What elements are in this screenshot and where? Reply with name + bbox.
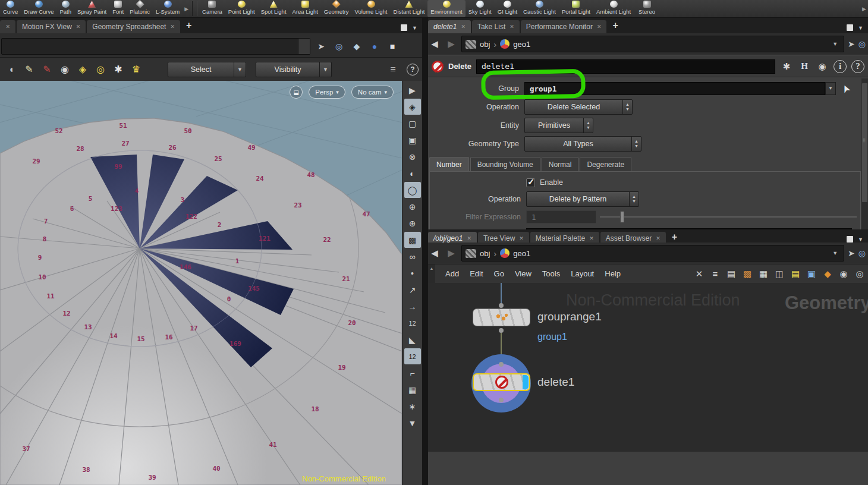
enable-checkbox[interactable]: [526, 178, 535, 187]
shelf-tool-volume-light[interactable]: Volume Light: [352, 0, 391, 17]
node-output-dot[interactable]: [499, 398, 504, 402]
shelf-tool-camera[interactable]: Camera: [199, 0, 225, 17]
param-tab-bounding-volume[interactable]: Bounding Volume: [470, 157, 540, 171]
select-components-icon[interactable]: ◈: [75, 62, 90, 77]
toolbar-expander[interactable]: ▲: [428, 264, 435, 284]
shelf-tool-geometry-light[interactable]: Geometry Light: [321, 0, 352, 17]
filter-expression-field[interactable]: 1: [526, 210, 596, 223]
lighting-icon[interactable]: ◯: [404, 182, 421, 198]
node-grouprange1[interactable]: [473, 308, 530, 326]
menu-view[interactable]: View: [510, 269, 537, 278]
display-options-icon[interactable]: ≡: [385, 62, 401, 77]
forward-icon[interactable]: ▶: [445, 39, 458, 49]
shelf-more-right-icon[interactable]: ▶: [860, 6, 868, 12]
pin-icon[interactable]: ➤: [848, 249, 855, 257]
spinner-icon[interactable]: [631, 137, 641, 151]
param-tab-normal[interactable]: Normal: [542, 157, 579, 171]
shelf-tool-environment-light[interactable]: Environment Light: [427, 0, 465, 17]
prim-numbers-icon[interactable]: 12: [404, 348, 421, 364]
persp-view-pill[interactable]: Persp: [309, 86, 345, 99]
node-input-dot[interactable]: [499, 303, 504, 308]
tab-delete1[interactable]: delete1: [428, 20, 471, 33]
param-tab-number[interactable]: Number: [429, 157, 469, 171]
menu-go[interactable]: Go: [489, 269, 510, 278]
display-material-icon[interactable]: ▩: [404, 232, 421, 248]
radial-menu-icon[interactable]: ◎: [858, 249, 868, 257]
menu-tools[interactable]: Tools: [537, 269, 565, 278]
close-icon[interactable]: [5, 24, 10, 30]
point-normals-icon[interactable]: ↗: [404, 282, 421, 298]
new-tab-button[interactable]: [608, 20, 622, 31]
pane-menu-icon[interactable]: [858, 237, 863, 242]
shelf-tool-ambient-light[interactable]: Ambient Light: [593, 0, 634, 17]
shelf-tool-spray-paint[interactable]: Spray Paint: [74, 0, 109, 17]
chevron-down-icon[interactable]: [830, 250, 840, 256]
list-icon[interactable]: ▤: [724, 267, 738, 281]
no-cam-pill[interactable]: No cam: [351, 86, 394, 99]
group-dropdown-icon[interactable]: ▼: [825, 82, 836, 95]
operation-dropdown[interactable]: Delete Selected: [524, 99, 633, 115]
display-square-icon[interactable]: ■: [385, 39, 400, 53]
pane-menu-icon[interactable]: [858, 25, 863, 31]
node-label[interactable]: grouprange1: [537, 310, 602, 323]
profile-curves-icon[interactable]: ⌐: [404, 365, 421, 381]
select-objects-icon[interactable]: ◉: [57, 62, 73, 77]
strip-scroll-down-icon[interactable]: ▼: [404, 415, 421, 431]
visibility-dropdown[interactable]: Visibility: [256, 62, 332, 77]
display-points-icon[interactable]: •: [404, 265, 421, 281]
display-flag[interactable]: [523, 375, 529, 389]
shelf-tool-spot-light[interactable]: Spot Light: [258, 0, 290, 17]
shelf-tool-curve[interactable]: Curve: [0, 0, 21, 17]
search-icon[interactable]: ◉: [816, 60, 829, 73]
shelf-tool-stereo-camera[interactable]: Stereo Camera: [634, 0, 660, 17]
lock-camera-icon[interactable]: ▣: [404, 132, 421, 148]
delete-node-icon[interactable]: [432, 61, 444, 73]
tools-icon[interactable]: ✕: [692, 267, 706, 281]
group-output-label[interactable]: group1: [537, 332, 567, 342]
image-icon[interactable]: ▣: [804, 267, 819, 281]
close-icon[interactable]: [589, 235, 594, 241]
back-icon[interactable]: ◀: [428, 39, 441, 49]
eye-icon[interactable]: ◎: [853, 267, 867, 281]
primitive-shapes-icon[interactable]: ●: [367, 39, 382, 53]
menu-layout[interactable]: Layout: [565, 269, 599, 278]
node-name-field[interactable]: delete1: [476, 59, 775, 74]
pane-menu-icon[interactable]: [412, 25, 417, 31]
close-icon[interactable]: [656, 235, 661, 241]
pin-icon[interactable]: ➤: [848, 40, 855, 48]
new-tab-button[interactable]: [181, 20, 196, 31]
tab-take-list[interactable]: Take List: [472, 20, 520, 33]
breadcrumb[interactable]: obj geo1: [461, 245, 844, 262]
add-light-icon[interactable]: ⊕: [404, 199, 421, 215]
select-visible-icon[interactable]: ◎: [93, 62, 108, 77]
view-mode-icon[interactable]: ◈: [404, 99, 421, 115]
visualizer-icon[interactable]: ∞: [404, 248, 421, 264]
node-input-dot[interactable]: [499, 362, 504, 367]
breadcrumb-obj[interactable]: obj: [480, 249, 490, 258]
network-canvas[interactable]: Non-Commercial Edition Geometry groupran…: [428, 283, 868, 452]
lock-camera-pill[interactable]: [290, 86, 303, 99]
help-icon[interactable]: ?: [407, 64, 419, 75]
point-numbers-icon[interactable]: 12: [404, 315, 421, 331]
close-icon[interactable]: [461, 24, 466, 30]
close-icon[interactable]: [510, 24, 514, 30]
shelf-tool-caustic-light[interactable]: Caustic Light: [520, 0, 559, 17]
houdini-badge-icon[interactable]: H: [798, 60, 811, 73]
snap-cube-icon[interactable]: ◆: [350, 39, 364, 53]
help-icon[interactable]: ?: [851, 60, 864, 73]
close-icon[interactable]: [597, 24, 602, 30]
palette-icon[interactable]: ▩: [740, 267, 754, 281]
grid-icon[interactable]: ▦: [756, 267, 770, 281]
pin-icon[interactable]: ➤: [314, 39, 328, 53]
info-icon[interactable]: i: [834, 60, 847, 73]
close-icon[interactable]: [76, 24, 81, 30]
shelf-tool-font[interactable]: Font: [109, 0, 127, 17]
gear-icon[interactable]: ✱: [780, 60, 793, 73]
menu-add[interactable]: Add: [440, 269, 464, 278]
tab-geometry-spreadsheet[interactable]: Geometry Spreadsheet: [87, 20, 180, 33]
shelf-tool-area-light[interactable]: Area Light: [290, 0, 321, 17]
group-field[interactable]: group1: [524, 82, 825, 95]
node-delete1[interactable]: [473, 373, 530, 391]
forward-icon[interactable]: ▶: [445, 248, 458, 259]
select-all-icon[interactable]: ✱: [111, 62, 126, 77]
